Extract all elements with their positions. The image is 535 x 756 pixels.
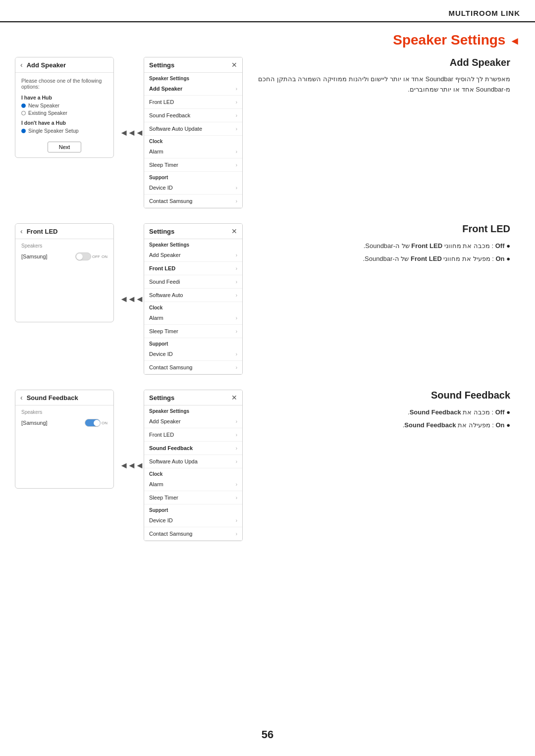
settings-item-add-speaker-2[interactable]: Add Speaker › [144, 249, 242, 262]
settings-item-alarm-1[interactable]: Alarm › [144, 145, 242, 158]
desc-text-add-speaker: מאפשרת לך להוסיף Soundbar אחד או יותר לי… [253, 74, 510, 95]
settings-group2-label-2: Clock [144, 302, 242, 311]
settings-item-software-2[interactable]: Software Auto › [144, 289, 242, 302]
content: Speaker Settings ‹ Add Speaker Please ch… [0, 22, 535, 566]
settings-item-label-device-id-3: Device ID [149, 517, 173, 523]
settings-item-sleep-2[interactable]: Sleep Timer › [144, 325, 242, 338]
phone-panel-header-sound-feedback: ‹ Sound Feedback [15, 390, 113, 405]
settings-item-software-1[interactable]: Software Auto Update › [144, 122, 242, 136]
phone-panel-header-add-speaker: ‹ Add Speaker [15, 57, 113, 73]
settings-item-label-front-led-3: Front LED [149, 432, 174, 438]
settings-item-alarm-2[interactable]: Alarm › [144, 311, 242, 325]
desc-block-sound-feedback: Sound Feedback Off : מכבה את Sound Feedb… [243, 390, 520, 433]
settings-arrow-icon-3: › [236, 113, 237, 118]
settings-arrow-icon-17: › [236, 419, 237, 424]
settings-item-label-software-1: Software Auto Update [149, 126, 202, 132]
desc-heading-front-led: Front LED [253, 223, 510, 235]
settings-item-label-alarm-1: Alarm [149, 149, 163, 154]
settings-item-sleep-1[interactable]: Sleep Timer › [144, 158, 242, 172]
toggle-labels-sf: ON [102, 421, 107, 425]
front-led-toggle-row: [Samsung] OFF ON [21, 250, 107, 263]
settings-item-device-id-3[interactable]: Device ID › [144, 514, 242, 527]
desc-list-item-off-led: Off : מכבה את מחווני Front LED של ה-Soun… [253, 241, 510, 252]
close-icon-3[interactable]: ✕ [231, 394, 237, 402]
off-text-led: : מכבה את מחווני Front LED של ה-Soundbar… [364, 242, 493, 250]
toggle-track-sf[interactable] [85, 419, 101, 427]
arrow-connector-1: ◄◄◄ [119, 128, 144, 138]
front-led-toggle-switch[interactable]: OFF ON [75, 252, 107, 260]
radio-new-speaker: New Speaker [21, 102, 107, 108]
settings-group2-label-1: Clock [144, 136, 242, 145]
settings-item-device-id-1[interactable]: Device ID › [144, 181, 242, 195]
settings-group-label-1: Speaker Settings [144, 73, 242, 82]
settings-header-3: Settings ✕ [144, 390, 242, 405]
settings-arrow-icon-4: › [236, 126, 237, 132]
off-label-sf: Off [495, 408, 505, 416]
settings-item-sound-feedback-3[interactable]: Sound Feedback › [144, 442, 242, 455]
settings-title-3: Settings [149, 394, 174, 402]
settings-item-front-led-1[interactable]: Front LED › [144, 96, 242, 109]
close-icon-1[interactable]: ✕ [231, 61, 237, 69]
toggle-thumb-sf [94, 420, 100, 426]
add-speaker-content: Please choose one of the following optio… [15, 73, 113, 157]
settings-item-sleep-3[interactable]: Sleep Timer › [144, 491, 242, 504]
settings-item-label-front-led-1: Front LED [149, 99, 174, 105]
desc-heading-add-speaker: Add Speaker [253, 57, 510, 68]
settings-arrow-icon-7: › [236, 185, 237, 191]
radio-single-speaker: Single Speaker Setup [21, 128, 107, 134]
on-label-sf: On [495, 421, 504, 429]
settings-item-label-contact-2: Contact Samsung [149, 364, 192, 370]
settings-item-contact-2[interactable]: Contact Samsung › [144, 361, 242, 374]
radio-filled-icon-2 [21, 129, 26, 133]
settings-item-sound-feedback-2[interactable]: Sound Feedi › [144, 275, 242, 289]
new-speaker-label: New Speaker [28, 102, 59, 108]
settings-item-contact-3[interactable]: Contact Samsung › [144, 527, 242, 541]
arrow-left-icon-2: ◄◄◄ [119, 294, 143, 304]
desc-list-sound-feedback: Off : מכבה את Sound Feedback. On : מפעיל… [253, 407, 510, 431]
settings-panel-1: Settings ✕ Speaker Settings Add Speaker … [144, 57, 243, 208]
back-arrow-icon[interactable]: ‹ [20, 61, 23, 69]
settings-item-software-3[interactable]: Software Auto Upda › [144, 455, 242, 468]
settings-arrow-icon-22: › [236, 495, 237, 501]
settings-item-label-contact-3: Contact Samsung [149, 531, 192, 537]
front-led-phone-panel: ‹ Front LED Speakers [Samsung] OFF ON [15, 223, 114, 322]
next-button[interactable]: Next [48, 142, 82, 152]
back-arrow-icon-led[interactable]: ‹ [20, 227, 23, 235]
sound-feedback-toggle-switch[interactable]: ON [85, 419, 107, 427]
back-arrow-icon-sf[interactable]: ‹ [20, 394, 23, 402]
settings-item-device-id-2[interactable]: Device ID › [144, 348, 242, 361]
radio-empty-icon [21, 111, 26, 115]
desc-block-front-led: Front LED Off : מכבה את מחווני Front LED… [243, 223, 520, 266]
row-front-led: ‹ Front LED Speakers [Samsung] OFF ON [15, 223, 520, 375]
settings-item-label-software-3: Software Auto Upda [149, 458, 198, 464]
desc-block-add-speaker: Add Speaker מאפשרת לך להוסיף Soundbar אח… [243, 57, 520, 95]
row-add-speaker: ‹ Add Speaker Please choose one of the f… [15, 57, 520, 208]
arrow-left-icon-3: ◄◄◄ [119, 460, 143, 471]
arrow-connector-3: ◄◄◄ [119, 460, 144, 471]
next-btn-container: Next [21, 142, 107, 152]
settings-item-contact-1[interactable]: Contact Samsung › [144, 195, 242, 208]
phone-panel-header-front-led: ‹ Front LED [15, 224, 113, 239]
close-icon-2[interactable]: ✕ [231, 227, 237, 235]
settings-item-front-led-3[interactable]: Front LED › [144, 428, 242, 442]
header: MULTIROOM LINK [0, 0, 535, 22]
front-led-panel-title: Front LED [27, 228, 58, 235]
page-number: 56 [262, 728, 273, 741]
settings-item-add-speaker-1[interactable]: Add Speaker › [144, 82, 242, 96]
toggle-track-led[interactable] [75, 252, 91, 260]
settings-group3-label-3: Support [144, 504, 242, 514]
settings-item-label-sleep-2: Sleep Timer [149, 328, 178, 334]
settings-panel-2: Settings ✕ Speaker Settings Add Speaker … [144, 223, 243, 375]
settings-arrow-icon-16: › [236, 365, 237, 370]
settings-item-add-speaker-3[interactable]: Add Speaker › [144, 415, 242, 428]
settings-item-sound-feedback-1[interactable]: Sound Feedback › [144, 109, 242, 122]
settings-item-label-alarm-2: Alarm [149, 315, 163, 321]
settings-arrow-icon-24: › [236, 531, 237, 537]
settings-item-label-sound-feedback-1: Sound Feedback [149, 112, 190, 118]
settings-item-front-led-2[interactable]: Front LED › [144, 262, 242, 275]
settings-item-alarm-3[interactable]: Alarm › [144, 478, 242, 491]
settings-arrow-icon-1: › [236, 86, 237, 92]
off-text-sf: : מכבה את Sound Feedback. [408, 408, 493, 416]
settings-item-label-sound-feedback-2: Sound Feedi [149, 279, 180, 285]
toggle-labels-led: OFF ON [92, 254, 107, 259]
